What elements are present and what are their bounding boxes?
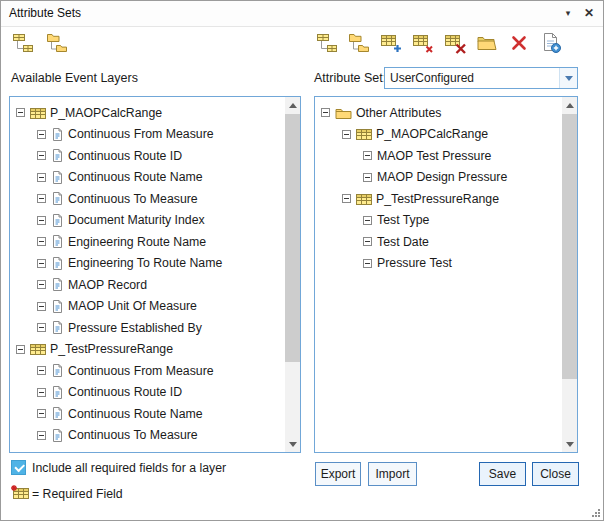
tree-node-continuous-to-measure[interactable]: Continuous To Measure xyxy=(10,188,285,210)
combobox-dropdown-button[interactable] xyxy=(559,68,577,88)
tree-node-label: Continuous Route Name xyxy=(68,170,203,184)
tree-node-pressure-test[interactable]: Pressure Test xyxy=(315,253,562,275)
attribute-set-combobox[interactable]: UserConfigured xyxy=(384,67,578,89)
scrollbar-thumb[interactable] xyxy=(562,114,577,379)
include-required-fields-checkbox[interactable] xyxy=(11,460,26,475)
new-attribute-set-icon[interactable] xyxy=(537,30,564,56)
tree-node-label: Pressure Test xyxy=(377,256,452,270)
titlebar[interactable]: Attribute Sets ▾ ✕ xyxy=(1,1,603,27)
export-button[interactable]: Export xyxy=(315,462,361,486)
folder-icon xyxy=(335,106,352,120)
remove-all-attributes-icon[interactable] xyxy=(441,30,468,56)
tree-node-maop-record[interactable]: MAOP Record xyxy=(10,274,285,296)
collapse-expander-icon[interactable] xyxy=(342,194,351,203)
tree-node-continuous-route-name[interactable]: Continuous Route Name xyxy=(10,403,285,425)
page-icon xyxy=(51,148,64,163)
collapse-expander-icon[interactable] xyxy=(16,108,25,117)
collapse-expander-icon[interactable] xyxy=(37,280,46,289)
collapse-expander-icon[interactable] xyxy=(37,366,46,375)
tree-node-p-testpressurerange[interactable]: P_TestPressureRange xyxy=(315,188,562,210)
collapse-expander-icon[interactable] xyxy=(16,345,25,354)
tree-node-maop-test-pressure[interactable]: MAOP Test Pressure xyxy=(315,145,562,167)
chevron-down-icon xyxy=(565,76,573,81)
page-icon xyxy=(51,213,64,228)
tree-node-p-maopcalcrange[interactable]: P_MAOPCalcRange xyxy=(315,124,562,146)
manage-sets-icon[interactable] xyxy=(473,30,500,56)
tree-node-document-maturity-index[interactable]: Document Maturity Index xyxy=(10,210,285,232)
collapse-expander-icon[interactable] xyxy=(37,388,46,397)
attribute-set-label: Attribute Set: xyxy=(314,71,386,85)
page-icon xyxy=(51,191,64,206)
collapse-expander-icon[interactable] xyxy=(363,173,372,182)
page-icon xyxy=(51,277,64,292)
delete-set-icon[interactable] xyxy=(505,30,532,56)
collapse-expander-icon[interactable] xyxy=(363,259,372,268)
include-required-fields-label: Include all required fields for a layer xyxy=(32,461,226,475)
close-button[interactable]: Close xyxy=(532,462,579,486)
tree-node-p-testpressurerange[interactable]: P_TestPressureRange xyxy=(10,339,285,361)
scrollbar-thumb[interactable] xyxy=(285,114,300,362)
page-icon xyxy=(51,385,64,400)
page-icon xyxy=(51,320,64,335)
collapse-expander-icon[interactable] xyxy=(37,130,46,139)
tree-node-maop-design-pressure[interactable]: MAOP Design Pressure xyxy=(315,167,562,189)
page-icon xyxy=(51,363,64,378)
scroll-up-icon[interactable] xyxy=(285,97,300,113)
titlebar-menu-icon[interactable]: ▾ xyxy=(559,4,577,22)
collapse-expander-icon[interactable] xyxy=(37,151,46,160)
collapse-expander-icon[interactable] xyxy=(37,237,46,246)
collapse-expander-icon[interactable] xyxy=(37,259,46,268)
collapse-expander-icon[interactable] xyxy=(363,151,372,160)
left-panel-scrollbar[interactable] xyxy=(285,97,300,452)
collapse-expander-icon[interactable] xyxy=(37,431,46,440)
tree-node-test-date[interactable]: Test Date xyxy=(315,231,562,253)
add-layer-group-icon[interactable] xyxy=(43,30,70,56)
attribute-set-panel: Other AttributesP_MAOPCalcRangeMAOP Test… xyxy=(314,96,578,453)
tree-node-maop-unit-of-measure[interactable]: MAOP Unit Of Measure xyxy=(10,296,285,318)
add-layer-fields-icon[interactable] xyxy=(9,30,36,56)
tree-node-continuous-route-id[interactable]: Continuous Route ID xyxy=(10,145,285,167)
tree-node-continuous-route-id[interactable]: Continuous Route ID xyxy=(10,382,285,404)
tree-node-continuous-from-measure[interactable]: Continuous From Measure xyxy=(10,360,285,382)
tree-node-label: Engineering Route Name xyxy=(68,235,206,249)
add-attribute-icon[interactable] xyxy=(377,30,404,56)
close-icon[interactable]: ✕ xyxy=(580,4,598,22)
tree-node-label: Test Date xyxy=(377,235,429,249)
tree-node-label: MAOP Unit Of Measure xyxy=(68,299,197,313)
scroll-down-icon[interactable] xyxy=(285,436,300,452)
import-button[interactable]: Import xyxy=(368,462,417,486)
collapse-expander-icon[interactable] xyxy=(363,216,372,225)
collapse-expander-icon[interactable] xyxy=(363,237,372,246)
scroll-up-icon[interactable] xyxy=(562,97,577,113)
collapse-expander-icon[interactable] xyxy=(37,323,46,332)
collapse-expander-icon[interactable] xyxy=(37,173,46,182)
tree-node-continuous-to-measure[interactable]: Continuous To Measure xyxy=(10,425,285,447)
collapse-expander-icon[interactable] xyxy=(37,302,46,311)
collapse-expander-icon[interactable] xyxy=(37,194,46,203)
collapse-expander-icon[interactable] xyxy=(342,130,351,139)
attribute-set-combobox-value: UserConfigured xyxy=(385,71,559,85)
scroll-down-icon[interactable] xyxy=(562,436,577,452)
remove-attribute-icon[interactable] xyxy=(409,30,436,56)
tree-node-continuous-from-measure[interactable]: Continuous From Measure xyxy=(10,124,285,146)
insert-group-icon[interactable] xyxy=(345,30,372,56)
tree-node-continuous-route-name[interactable]: Continuous Route Name xyxy=(10,167,285,189)
required-field-legend: = Required Field xyxy=(32,487,123,501)
tree-node-engineering-route-name[interactable]: Engineering Route Name xyxy=(10,231,285,253)
tree-node-other-attributes[interactable]: Other Attributes xyxy=(315,102,562,124)
resize-grip[interactable] xyxy=(590,507,600,517)
right-panel-scrollbar[interactable] xyxy=(562,97,577,452)
collapse-expander-icon[interactable] xyxy=(37,216,46,225)
tree-node-label: Continuous From Measure xyxy=(68,364,214,378)
left-toolbar xyxy=(9,30,70,56)
collapse-expander-icon[interactable] xyxy=(321,108,330,117)
tree-node-p-maopcalcrange[interactable]: P_MAOPCalcRange xyxy=(10,102,285,124)
insert-layer-fields-icon[interactable] xyxy=(313,30,340,56)
tree-node-engineering-to-route-name[interactable]: Engineering To Route Name xyxy=(10,253,285,275)
tree-node-test-type[interactable]: Test Type xyxy=(315,210,562,232)
available-layers-panel: P_MAOPCalcRangeContinuous From MeasureCo… xyxy=(9,96,301,453)
collapse-expander-icon[interactable] xyxy=(37,409,46,418)
attribute-set-tree: Other AttributesP_MAOPCalcRangeMAOP Test… xyxy=(315,97,562,452)
tree-node-pressure-established-by[interactable]: Pressure Established By xyxy=(10,317,285,339)
save-button[interactable]: Save xyxy=(479,462,526,486)
